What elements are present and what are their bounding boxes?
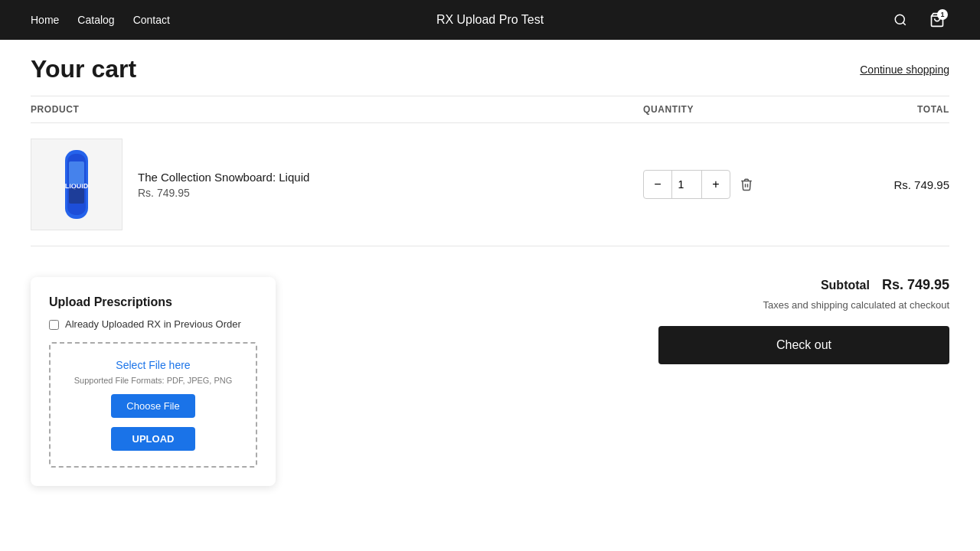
upload-title: Upload Prescriptions: [49, 295, 257, 309]
quantity-column-header: QUANTITY: [643, 104, 796, 115]
supported-formats: Supported File Formats: PDF, JPEG, PNG: [63, 376, 243, 385]
trash-icon: [740, 178, 753, 191]
product-info: The Collection Snowboard: Liquid Rs. 749…: [138, 171, 309, 199]
nav-icon-group: 1: [888, 8, 949, 32]
search-icon: [893, 13, 907, 27]
svg-rect-7: [69, 188, 84, 204]
total-col: Rs. 749.95: [796, 178, 949, 191]
nav-links: Home Catalog Contact: [31, 14, 170, 26]
search-button[interactable]: [888, 8, 913, 32]
product-image: LIQUID: [31, 139, 122, 230]
product-column-header: PRODUCT: [31, 104, 643, 115]
select-file-link[interactable]: Select File here: [63, 359, 243, 371]
total-column-header: TOTAL: [796, 104, 949, 115]
nav-home[interactable]: Home: [31, 14, 59, 26]
already-uploaded-label: Already Uploaded RX in Previous Order: [65, 318, 241, 330]
increase-quantity-button[interactable]: +: [702, 171, 730, 198]
quantity-control: − +: [643, 170, 730, 199]
nav-catalog[interactable]: Catalog: [77, 14, 114, 26]
upload-prescriptions-card: Upload Prescriptions Already Uploaded RX…: [31, 277, 276, 486]
subtotal-label: Subtotal: [821, 279, 870, 292]
page-title: Your cart: [31, 55, 136, 83]
svg-rect-6: [69, 161, 84, 184]
upload-button[interactable]: UPLOAD: [111, 427, 196, 451]
product-price: Rs. 749.95: [138, 187, 309, 199]
continue-shopping-button[interactable]: Continue shopping: [860, 64, 949, 76]
content-area: Upload Prescriptions Already Uploaded RX…: [31, 277, 949, 486]
checkout-button[interactable]: Check out: [658, 326, 949, 364]
quantity-input[interactable]: [671, 171, 702, 198]
delete-item-button[interactable]: [737, 174, 756, 194]
choose-file-button[interactable]: Choose File: [111, 394, 194, 418]
product-col: LIQUID The Collection Snowboard: Liquid …: [31, 139, 643, 230]
nav-contact[interactable]: Contact: [133, 14, 170, 26]
quantity-col: − +: [643, 170, 796, 199]
brand-name: RX Upload Pro Test: [436, 13, 544, 27]
product-name: The Collection Snowboard: Liquid: [138, 171, 309, 184]
table-header: PRODUCT QUANTITY TOTAL: [31, 96, 949, 123]
already-uploaded-checkbox[interactable]: [49, 320, 59, 330]
page-header: Your cart Continue shopping: [31, 40, 949, 96]
cart-button[interactable]: 1: [925, 8, 949, 32]
cart-badge: 1: [937, 9, 948, 20]
svg-point-0: [895, 15, 904, 24]
table-row: LIQUID The Collection Snowboard: Liquid …: [31, 123, 949, 246]
already-uploaded-row: Already Uploaded RX in Previous Order: [49, 318, 257, 330]
main-content: Your cart Continue shopping PRODUCT QUAN…: [0, 40, 980, 486]
tax-note: Taxes and shipping calculated at checkou…: [658, 299, 949, 311]
snowboard-image: LIQUID: [42, 146, 111, 223]
subtotal-amount: Rs. 749.95: [882, 277, 949, 293]
navigation: Home Catalog Contact RX Upload Pro Test …: [0, 0, 980, 40]
svg-line-1: [903, 22, 905, 24]
decrease-quantity-button[interactable]: −: [644, 171, 671, 198]
order-summary: Subtotal Rs. 749.95 Taxes and shipping c…: [658, 277, 949, 486]
subtotal-row: Subtotal Rs. 749.95: [658, 277, 949, 293]
file-upload-zone: Select File here Supported File Formats:…: [49, 342, 257, 468]
